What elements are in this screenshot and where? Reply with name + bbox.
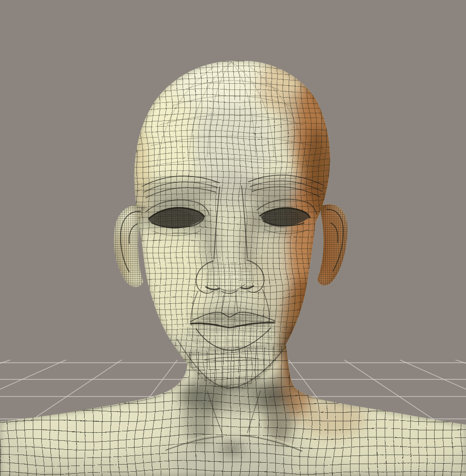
viewport-3d[interactable] — [0, 0, 466, 476]
nose-mesh — [205, 262, 254, 298]
render-canvas — [0, 0, 466, 476]
left-eyeball-mesh — [156, 209, 194, 228]
